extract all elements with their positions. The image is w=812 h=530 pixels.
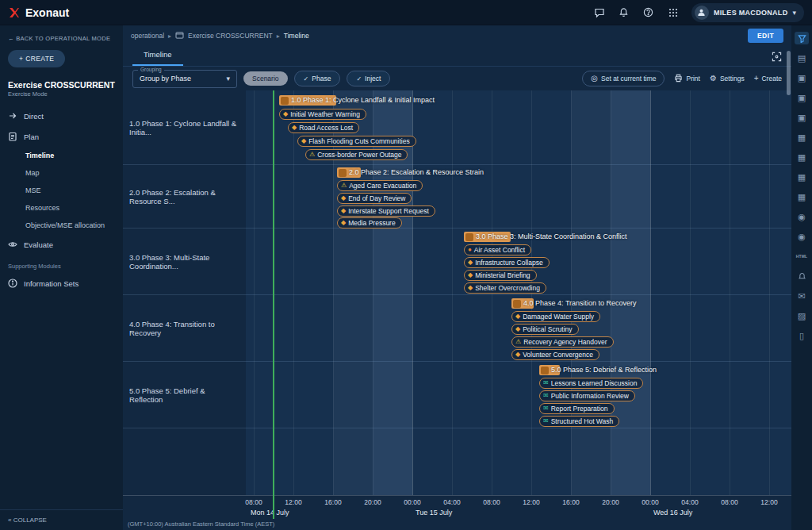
inject-chip[interactable]: ◆ Shelter Overcrowding — [464, 282, 546, 294]
fit-to-screen-icon[interactable] — [772, 52, 782, 66]
media-panel-icon[interactable]: ▣ — [795, 91, 809, 104]
breadcrumb-exercise[interactable]: Exercise CROSSCURRENT — [188, 32, 273, 40]
phase-bar-label: 1.0 Phase 1: Cyclone Landfall & Initial … — [291, 96, 435, 104]
group-icon[interactable]: ◉ — [795, 230, 809, 243]
inject-chip[interactable]: ✉ Report Preparation — [539, 403, 615, 414]
row-chart-phase-5: 5.0 Phase 5: Debrief & Reflection ✉ Less… — [246, 362, 791, 428]
inject-chip[interactable]: ◆ End of Day Review — [337, 193, 412, 204]
inject-chip[interactable]: ◆ Media Pressure — [337, 217, 402, 229]
inject-chip[interactable]: ⚠ Recovery Agency Handover — [511, 336, 614, 348]
sidebar-item-evaluate[interactable]: Evaluate — [0, 234, 123, 255]
media-panel-icon[interactable]: ▣ — [795, 111, 809, 124]
app-logo[interactable]: Exonaut — [8, 6, 69, 19]
inject-chip[interactable]: ◆ Initial Weather Warning — [279, 109, 366, 120]
archive-icon[interactable]: ▦ — [795, 190, 809, 203]
axis-hour: 12:00 — [285, 498, 301, 506]
timeline-row-phase-1: 1.0 Phase 1: Cyclone Landfall & Initia..… — [123, 90, 791, 165]
row-label-phase-1[interactable]: 1.0 Phase 1: Cyclone Landfall & Initia..… — [123, 90, 246, 164]
archive-icon[interactable]: ▦ — [795, 131, 809, 144]
inject-chip[interactable]: ◆ Road Access Lost — [288, 122, 359, 133]
bell-icon[interactable] — [795, 270, 809, 282]
diamond-icon: ◆ — [515, 326, 520, 332]
breadcrumb-timeline[interactable]: Timeline — [284, 32, 309, 40]
inject-chip[interactable]: ✉ Structured Hot Wash — [539, 416, 619, 427]
plus-icon: + — [754, 75, 759, 83]
diamond-icon: ◆ — [468, 285, 473, 291]
inject-chip[interactable]: ◆ Infrastructure Collapse — [464, 257, 550, 268]
sidebar-item-timeline[interactable]: Timeline — [0, 147, 123, 164]
inject-chip[interactable]: ◆ Volunteer Convergence — [511, 349, 599, 360]
clock-icon: ● — [468, 247, 472, 253]
inject-chip[interactable]: ◆ Flash Flooding Cuts Communities — [297, 136, 416, 147]
create-inject-button[interactable]: + Create — [754, 75, 782, 83]
inject-label: Shelter Overcrowding — [475, 284, 540, 292]
sidebar-item-objective-mse-allocation[interactable]: Objective/MSE allocation — [0, 217, 123, 234]
diamond-icon: ◆ — [341, 208, 346, 214]
inject-chip[interactable]: ◆ Interstate Support Request — [337, 205, 435, 217]
inject-label: Volunteer Convergence — [523, 351, 593, 359]
timeline-toolbar: Grouping Group by Phase ▾ Scenario ✓ Pha… — [123, 67, 791, 90]
archive-icon[interactable]: ▦ — [795, 171, 809, 183]
timeline-chart: 1.0 Phase 1: Cyclone Landfall & Initia..… — [123, 90, 791, 519]
filter-icon[interactable] — [795, 32, 809, 44]
inject-label: Ministerial Briefing — [475, 271, 530, 279]
archive-icon[interactable]: ▦ — [795, 151, 809, 163]
inject-chip[interactable]: ◆ Damaged Water Supply — [511, 311, 600, 322]
collapse-icon: « — [8, 517, 11, 524]
group-icon[interactable]: ◉ — [795, 210, 809, 223]
inject-chip[interactable]: ✉ Public Information Review — [539, 390, 635, 401]
inject-label: Public Information Review — [551, 392, 629, 400]
chat-icon[interactable] — [593, 6, 606, 19]
sidebar-item-map[interactable]: Map — [0, 164, 123, 182]
print-button[interactable]: Print — [674, 74, 699, 84]
user-menu[interactable]: MILES MACDONALD ▾ — [691, 3, 804, 22]
diamond-icon: ◆ — [292, 125, 297, 131]
sidebar-item-direct[interactable]: Direct — [0, 106, 123, 126]
inject-chip[interactable]: ◆ Ministerial Briefing — [464, 270, 537, 281]
sidebar-item-information-sets[interactable]: Information Sets — [0, 273, 123, 294]
edit-button[interactable]: EDIT — [748, 29, 783, 43]
row-label-phase-2[interactable]: 2.0 Phase 2: Escalation & Resource S... — [123, 165, 246, 228]
inject-chip[interactable]: ✉ Lessons Learned Discussion — [539, 378, 643, 389]
settings-button[interactable]: ⚙ Settings — [710, 75, 745, 83]
row-label-phase-5[interactable]: 5.0 Phase 5: Debrief & Reflection — [123, 362, 246, 428]
mail-icon[interactable]: ✉ — [795, 290, 809, 302]
filter-chip-phase[interactable]: ✓ Phase — [294, 71, 341, 86]
inject-chip[interactable]: ⚠ Aged Care Evacuation — [337, 180, 423, 191]
set-at-current-time-button[interactable]: ◎ Set at current time — [582, 71, 665, 86]
user-name: MILES MACDONALD — [714, 9, 788, 17]
breadcrumb-operational[interactable]: operational — [131, 32, 164, 40]
bell-icon[interactable] — [618, 6, 630, 19]
inject-chip[interactable]: ◆ Political Scrutiny — [511, 324, 579, 335]
inject-label: Damaged Water Supply — [523, 313, 594, 321]
inject-chip[interactable]: ⚠ Cross-border Power Outage — [305, 149, 408, 160]
filter-chip-inject[interactable]: ✓ Inject — [347, 71, 390, 86]
filter-chip-scenario[interactable]: Scenario — [243, 71, 288, 86]
back-to-operational-link[interactable]: ← BACK TO OPERATIONAL MODE — [0, 25, 123, 48]
book-icon[interactable]: ▯ — [795, 329, 809, 342]
document-icon[interactable]: ▤ — [795, 52, 809, 64]
help-icon[interactable] — [642, 6, 655, 19]
collapse-sidebar-button[interactable]: « COLLAPSE — [0, 509, 123, 530]
html-icon[interactable]: HTML — [795, 250, 809, 263]
phase-icon — [339, 169, 347, 177]
create-button[interactable]: + CREATE — [8, 50, 65, 67]
timeline-row-phase-5: 5.0 Phase 5: Debrief & Reflection 5.0 Ph… — [123, 362, 791, 428]
inject-chip[interactable]: ● Air Asset Conflict — [464, 244, 531, 255]
grouping-select[interactable]: Grouping Group by Phase ▾ — [132, 70, 237, 88]
vertical-scrollbar[interactable] — [787, 51, 791, 95]
sidebar-item-resources[interactable]: Resources — [0, 199, 123, 217]
sidebar-item-plan[interactable]: Plan — [0, 126, 123, 147]
mail-icon: ✉ — [543, 393, 549, 399]
apps-grid-icon[interactable] — [667, 6, 680, 19]
media-panel-icon[interactable]: ▣ — [795, 71, 809, 84]
row-label-phase-4[interactable]: 4.0 Phase 4: Transition to Recovery — [123, 295, 246, 361]
diamond-icon: ◆ — [341, 195, 346, 202]
row-label-phase-3[interactable]: 3.0 Phase 3: Multi-State Coordination... — [123, 229, 246, 294]
sidebar-item-mse[interactable]: MSE — [0, 182, 123, 199]
tab-timeline[interactable]: Timeline — [132, 45, 183, 66]
mail-icon: ✉ — [543, 380, 549, 386]
axis-hour: 04:00 — [443, 498, 460, 506]
chart-icon[interactable]: ▨ — [795, 309, 809, 322]
top-bar: Exonaut MILES MACDONALD ▾ — [0, 0, 812, 25]
